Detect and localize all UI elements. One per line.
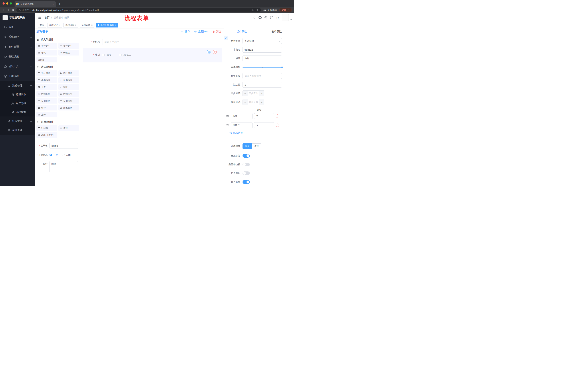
sidebar-item-process-management[interactable]: 流程管理: [0, 81, 35, 90]
sidebar-item-infrastructure[interactable]: 基础设施: [0, 52, 35, 62]
minimize-window-button[interactable]: [6, 2, 8, 5]
checkbox-icon[interactable]: [102, 54, 105, 56]
disabled-toggle[interactable]: [242, 171, 250, 175]
canvas-field-phone[interactable]: 手机号: [83, 39, 220, 45]
border-toggle[interactable]: [242, 163, 250, 166]
sidebar-item-devtools[interactable]: 研发工具: [0, 62, 35, 71]
github-icon[interactable]: [259, 16, 262, 19]
component-item-radio-group[interactable]: 单选框组: [36, 77, 57, 83]
new-tab-button[interactable]: [59, 2, 61, 6]
form-name-input[interactable]: [50, 143, 78, 149]
tag-process-model[interactable]: 流程模型: [63, 23, 78, 28]
gender-option-1[interactable]: 选项一: [102, 53, 114, 57]
password-key-icon[interactable]: [252, 9, 254, 11]
show-label-toggle[interactable]: [242, 154, 250, 158]
required-toggle[interactable]: [242, 180, 250, 184]
tag-home[interactable]: 首页: [38, 23, 46, 28]
component-item-select[interactable]: 下拉选择: [36, 70, 57, 76]
component-item-time-picker[interactable]: 时间选择: [36, 91, 57, 97]
font-size-icon[interactable]: TT: [276, 16, 279, 19]
save-button[interactable]: 保存: [181, 30, 190, 33]
option-label-input[interactable]: [231, 122, 252, 128]
component-item-switch[interactable]: 开关: [36, 84, 57, 90]
decrease-button[interactable]: [243, 91, 248, 96]
remove-option-button[interactable]: [276, 115, 279, 118]
sidebar-item-process-form[interactable]: 流程表单: [0, 90, 35, 99]
browser-tab[interactable]: 芋道管理系统: [15, 1, 56, 7]
add-option-button[interactable]: 添加选项: [230, 131, 294, 135]
zoom-window-button[interactable]: [10, 2, 12, 5]
option-value-input[interactable]: [254, 122, 274, 128]
title-input[interactable]: [242, 55, 282, 61]
increase-button[interactable]: [259, 91, 264, 96]
component-item-editor[interactable]: 编辑器: [36, 57, 57, 63]
option-style-button[interactable]: 按钮: [252, 143, 261, 149]
field-name-input[interactable]: [242, 47, 282, 53]
sidebar-item-task-management[interactable]: 任务管理: [0, 117, 35, 126]
component-item-row-container[interactable]: 行容器: [36, 125, 57, 131]
component-item-counter[interactable]: 123计数器: [58, 50, 79, 55]
avatar[interactable]: [282, 14, 289, 21]
address-bar[interactable]: 不安全 dashboard.yudao.iocoder.cn/bpm/manag…: [16, 8, 261, 12]
component-item-button[interactable]: 按钮: [58, 125, 79, 131]
decrease-button[interactable]: [243, 99, 248, 105]
default-value-input[interactable]: [242, 82, 282, 87]
browser-menu-icon[interactable]: [289, 10, 289, 10]
component-item-table[interactable]: 表格[开发中]: [36, 132, 57, 138]
component-item-date-picker[interactable]: 日期选择: [36, 98, 57, 104]
status-radio-off[interactable]: 关闭: [62, 153, 71, 157]
site-security[interactable]: 不安全: [19, 8, 29, 12]
tag-process-form-edit[interactable]: 流程表单-编辑: [96, 23, 118, 28]
component-item-cascader[interactable]: 级联选择: [58, 70, 79, 76]
max-select-input[interactable]: [248, 99, 259, 105]
bookmark-star-icon[interactable]: [256, 9, 259, 11]
close-icon[interactable]: [115, 24, 116, 26]
reload-button[interactable]: [12, 9, 14, 11]
label-width-input[interactable]: [242, 73, 282, 79]
phone-input[interactable]: [102, 39, 220, 45]
checkbox-icon[interactable]: [119, 54, 122, 56]
fullscreen-icon[interactable]: [270, 16, 273, 19]
caret-down-icon[interactable]: [290, 19, 292, 20]
breadcrumb-home[interactable]: 首页: [44, 16, 50, 19]
search-icon[interactable]: [253, 16, 256, 19]
slider-handle[interactable]: [281, 66, 283, 68]
remove-option-button[interactable]: [276, 124, 279, 127]
increase-button[interactable]: [259, 99, 264, 105]
back-button[interactable]: [2, 9, 5, 11]
help-icon[interactable]: [264, 16, 267, 19]
drawer-link-button[interactable]: [224, 36, 228, 40]
grid-slider[interactable]: [242, 67, 282, 67]
forward-button[interactable]: [7, 9, 10, 11]
option-style-default[interactable]: 默认: [242, 143, 252, 149]
close-icon[interactable]: [59, 24, 60, 26]
component-item-rate[interactable]: 评分: [36, 105, 57, 110]
app-logo[interactable]: 芋道管理系统: [0, 13, 35, 22]
remark-textarea[interactable]: 嘿嘿: [50, 161, 78, 172]
canvas-field-gender-selected[interactable]: 性别 选项一 选项二: [83, 48, 222, 63]
gender-option-2[interactable]: 选项二: [119, 53, 131, 57]
close-icon[interactable]: [75, 24, 76, 26]
copy-field-button[interactable]: [207, 50, 211, 54]
option-label-input[interactable]: [231, 113, 252, 119]
min-select-input[interactable]: [248, 91, 259, 96]
sidebar-item-payment[interactable]: 支付管理: [0, 42, 35, 52]
component-item-single-text[interactable]: 单行文本: [36, 43, 57, 49]
update-button[interactable]: 更新: [279, 8, 292, 12]
tag-process-definition[interactable]: 流程定义: [47, 23, 62, 28]
view-json-button[interactable]: 查看json: [194, 30, 208, 33]
sidebar-item-user-group[interactable]: 用户分组: [0, 99, 35, 108]
component-item-date-range[interactable]: 日期范围: [58, 98, 79, 104]
component-item-time-range[interactable]: 时间范围: [58, 91, 79, 97]
delete-field-button[interactable]: [213, 50, 217, 54]
close-window-button[interactable]: [2, 2, 5, 5]
option-value-input[interactable]: [254, 113, 274, 119]
component-type-select[interactable]: 多选框组: [242, 38, 282, 44]
status-radio-on[interactable]: 开启: [50, 153, 58, 157]
close-icon[interactable]: [91, 24, 93, 26]
clear-button[interactable]: 清空: [212, 30, 221, 33]
sidebar-item-process-model[interactable]: 流程模型: [0, 108, 35, 117]
drag-handle-icon[interactable]: [226, 115, 229, 117]
component-item-slider[interactable]: 滑块: [58, 84, 79, 90]
sidebar-item-home[interactable]: 首页: [0, 22, 35, 32]
